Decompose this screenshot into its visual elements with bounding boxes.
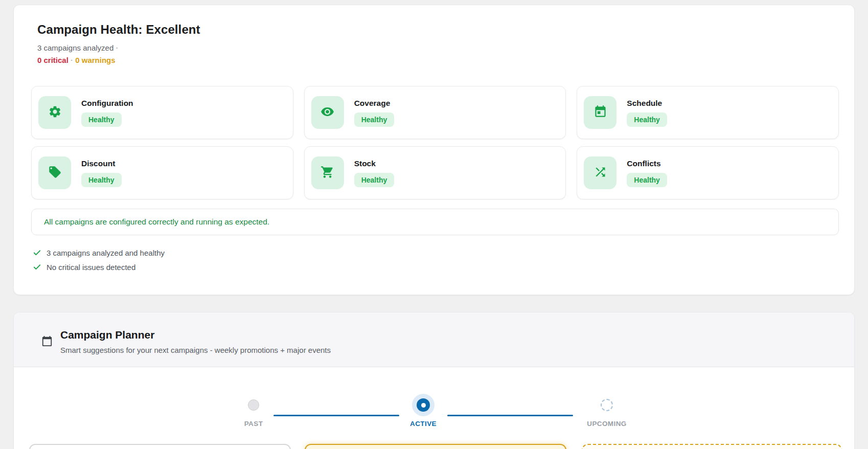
timeline-step-label: PAST xyxy=(218,420,289,428)
planner-header: Campaign Planner Smart suggestions for y… xyxy=(14,312,854,367)
warnings-count: 0 warnings xyxy=(75,56,115,64)
calendar-icon xyxy=(41,335,53,347)
timeline-dot xyxy=(242,394,265,416)
status-badge: Healthy xyxy=(627,173,667,187)
status-badge: Healthy xyxy=(81,113,122,127)
status-card[interactable]: Schedule Healthy xyxy=(577,86,839,139)
timeline-step[interactable]: ACTIVE xyxy=(387,394,459,428)
check-icon xyxy=(33,263,41,272)
eye-icon xyxy=(321,105,334,121)
timeline-connector xyxy=(273,415,399,416)
status-card-label: Coverage xyxy=(354,99,395,108)
shuffle-icon xyxy=(593,165,607,181)
timeline-dot xyxy=(412,394,435,416)
health-header: Campaign Health: Excellent 3 campaigns a… xyxy=(37,23,839,64)
health-meta: 3 campaigns analyzed · xyxy=(37,43,839,52)
status-card-label: Discount xyxy=(81,159,122,168)
status-card-label: Schedule xyxy=(627,99,667,108)
timeline-connector xyxy=(447,415,573,416)
campaigns-analyzed-text: 3 campaigns analyzed xyxy=(37,43,113,52)
suggestion-card[interactable] xyxy=(29,444,291,449)
check-item-text: No critical issues detected xyxy=(47,263,135,272)
status-card[interactable]: Discount Healthy xyxy=(31,146,293,199)
cart-icon xyxy=(321,165,334,181)
status-card[interactable]: Stock Healthy xyxy=(304,146,566,199)
planner-subtitle: Smart suggestions for your next campaign… xyxy=(60,346,331,354)
critical-count: 0 critical xyxy=(37,56,68,64)
planner-body: PAST ACTIVE UPCOMING xyxy=(14,367,854,449)
separator-dot: · xyxy=(116,43,118,52)
planner-title: Campaign Planner xyxy=(60,329,331,341)
status-card-label: Conflicts xyxy=(627,159,667,168)
status-badge: Healthy xyxy=(81,173,122,187)
calendar-check-icon xyxy=(593,105,607,121)
suggestion-card[interactable] xyxy=(305,444,566,449)
status-badge: Healthy xyxy=(354,173,395,187)
health-title: Campaign Health: Excellent xyxy=(37,23,839,37)
check-item: No critical issues detected xyxy=(33,263,839,272)
check-item-text: 3 campaigns analyzed and healthy xyxy=(47,249,165,257)
check-icon xyxy=(33,249,41,257)
suggestion-card[interactable] xyxy=(582,444,842,449)
timeline-step[interactable]: UPCOMING xyxy=(571,394,643,428)
tag-icon xyxy=(48,165,62,181)
health-summary-message: All campaigns are configured correctly a… xyxy=(31,209,839,235)
timeline-step[interactable]: PAST xyxy=(218,394,289,428)
status-card-label: Stock xyxy=(354,159,395,168)
health-check-list: 3 campaigns analyzed and healthy No crit… xyxy=(33,249,839,272)
status-card[interactable]: Coverage Healthy xyxy=(304,86,566,139)
campaign-planner-panel: Campaign Planner Smart suggestions for y… xyxy=(13,312,855,449)
health-counts: 0 critical · 0 warnings xyxy=(37,56,839,64)
status-card-label: Configuration xyxy=(81,99,133,108)
timeline-dot xyxy=(596,394,618,416)
status-card[interactable]: Configuration Healthy xyxy=(31,86,293,139)
gear-icon xyxy=(48,105,62,121)
separator-dot: · xyxy=(71,56,73,64)
status-badge: Healthy xyxy=(627,113,667,127)
timeline-step-label: UPCOMING xyxy=(571,420,643,428)
campaign-health-panel: Campaign Health: Excellent 3 campaigns a… xyxy=(13,5,855,295)
status-card[interactable]: Conflicts Healthy xyxy=(577,146,839,199)
status-card-grid: Configuration Healthy Coverage Healthy S… xyxy=(31,86,839,199)
status-badge: Healthy xyxy=(354,113,395,127)
timeline-step-label: ACTIVE xyxy=(387,420,459,428)
check-item: 3 campaigns analyzed and healthy xyxy=(33,249,839,257)
